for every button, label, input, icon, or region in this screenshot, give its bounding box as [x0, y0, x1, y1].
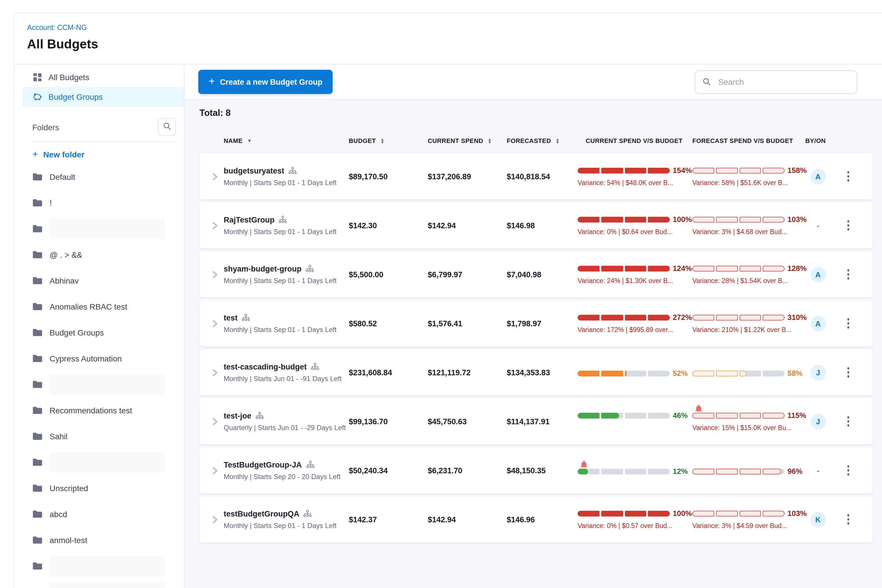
- table-row[interactable]: budgetsuryatest Monthly | Starts Sep 01 …: [200, 153, 873, 200]
- folder-list: Default ! @ . > && Abhinav Anomalies RBA…: [14, 164, 184, 588]
- sort-icon: ▲▼: [381, 138, 384, 144]
- name-cell: test-cascading-budget Monthly | Starts J…: [224, 362, 349, 382]
- row-menu-button[interactable]: [844, 462, 853, 479]
- percent-label: 96%: [788, 467, 802, 476]
- budget-group-name[interactable]: testBudgetGroupQA: [224, 509, 300, 518]
- folder-item[interactable]: [14, 579, 184, 588]
- folder-item[interactable]: Recommendations test: [14, 397, 184, 423]
- budget-group-name[interactable]: shyam-budget-group: [224, 264, 302, 273]
- avatar[interactable]: A: [810, 316, 826, 331]
- piggy-bank-icon: [32, 92, 42, 102]
- expand-row-button[interactable]: [206, 398, 224, 444]
- folder-label: Budget Groups: [50, 328, 104, 337]
- budget-value: $142.37: [349, 515, 428, 524]
- folder-item[interactable]: Default: [14, 164, 184, 190]
- column-header-current-spend[interactable]: CURRENT SPEND ▲▼: [428, 137, 507, 144]
- expand-row-button[interactable]: [206, 447, 224, 494]
- expand-row-button[interactable]: [206, 350, 224, 396]
- new-folder-button[interactable]: + New folder: [32, 149, 184, 160]
- folder-icon: [32, 250, 43, 259]
- current-vs-budget-cell: 12%: [578, 454, 692, 486]
- folder-icon: [32, 302, 43, 311]
- table-body: budgetsuryatest Monthly | Starts Sep 01 …: [200, 153, 873, 543]
- budget-group-name[interactable]: budgetsuryatest: [224, 166, 284, 175]
- expand-row-button[interactable]: [206, 496, 224, 543]
- row-menu-button[interactable]: [844, 168, 853, 185]
- budget-group-name[interactable]: test: [224, 313, 237, 322]
- folder-item[interactable]: Abhinav: [14, 267, 184, 293]
- percent-label: 154%: [673, 166, 692, 175]
- expand-row-button[interactable]: [206, 153, 224, 200]
- percent-label: 100%: [673, 509, 692, 518]
- budget-group-name[interactable]: test-cascading-budget: [224, 362, 307, 371]
- avatar[interactable]: A: [810, 267, 826, 282]
- variance-text: Variance: 28% | $1.54K over B...: [692, 277, 788, 284]
- avatar[interactable]: K: [810, 512, 826, 527]
- current-spend-value: $121,119.72: [428, 368, 507, 377]
- by-on-cell: -: [806, 202, 831, 249]
- column-header-budget[interactable]: BUDGET ▲▼: [349, 137, 428, 144]
- budget-group-schedule: Monthly | Starts Sep 20 - 20 Days Left: [224, 472, 344, 480]
- row-menu-button[interactable]: [844, 266, 853, 283]
- budget-group-schedule: Monthly | Starts Sep 01 - 1 Days Left: [224, 227, 344, 236]
- folder-search-button[interactable]: [158, 118, 176, 136]
- budget-group-name[interactable]: RajTestGroup: [224, 215, 275, 224]
- folder-item[interactable]: @ . > &&: [14, 242, 184, 267]
- folder-item[interactable]: [14, 449, 184, 475]
- folder-item[interactable]: Anomalies RBAC test: [14, 293, 184, 320]
- folder-item[interactable]: abcd: [14, 501, 184, 527]
- expand-row-button[interactable]: [206, 202, 224, 249]
- folder-item[interactable]: [14, 216, 184, 242]
- avatar[interactable]: A: [810, 169, 826, 184]
- plus-icon: +: [32, 149, 38, 160]
- table-row[interactable]: shyam-budget-group Monthly | Starts Sep …: [200, 251, 873, 297]
- row-menu-button[interactable]: [844, 217, 853, 234]
- column-header-forecasted[interactable]: FORECASTED ▲▼: [507, 137, 578, 144]
- by-on-cell: A: [806, 251, 831, 297]
- avatar[interactable]: J: [810, 414, 826, 429]
- folder-item[interactable]: [14, 553, 184, 579]
- budget-value: $580.52: [349, 319, 428, 328]
- budget-group-schedule: Quarterly | Starts Jun 01 - -29 Days Lef…: [224, 423, 344, 432]
- folder-item[interactable]: [14, 371, 184, 397]
- forecasted-value: $1,798.97: [507, 319, 578, 328]
- folder-item[interactable]: anmol-test: [14, 527, 184, 553]
- budget-value: $50,240.34: [349, 466, 428, 475]
- sidebar-item-budget-groups[interactable]: Budget Groups: [22, 87, 184, 106]
- table-row[interactable]: TestBudgetGroup-JA Monthly | Starts Sep …: [200, 447, 873, 494]
- expand-row-button[interactable]: [206, 300, 224, 346]
- folder-item[interactable]: Budget Groups: [14, 320, 184, 345]
- folder-item[interactable]: Cypress Automation: [14, 345, 184, 371]
- folder-item[interactable]: Unscripted: [14, 475, 184, 501]
- progress-bar: [692, 315, 784, 320]
- sidebar-item-all-budgets[interactable]: All Budgets: [22, 68, 184, 87]
- current-spend-value: $1,576.41: [428, 319, 507, 328]
- sidebar-item-label: Budget Groups: [48, 92, 103, 102]
- row-menu-button[interactable]: [844, 413, 853, 430]
- search-input[interactable]: [717, 76, 850, 87]
- table-row[interactable]: testBudgetGroupQA Monthly | Starts Sep 0…: [200, 496, 873, 543]
- account-breadcrumb-link[interactable]: Account: CCM-NG: [27, 24, 882, 32]
- chevron-right-icon: [212, 466, 219, 475]
- folder-item[interactable]: Sahil: [14, 423, 184, 449]
- folder-item[interactable]: !: [14, 190, 184, 216]
- row-menu-button[interactable]: [844, 315, 853, 332]
- row-menu-button[interactable]: [844, 511, 853, 528]
- create-budget-group-button[interactable]: + Create a new Budget Group: [198, 70, 333, 94]
- table-row[interactable]: test-joe Quarterly | Starts Jun 01 - -29…: [200, 398, 873, 444]
- hierarchy-icon: [279, 216, 287, 224]
- row-menu-button[interactable]: [844, 364, 853, 381]
- table-row[interactable]: RajTestGroup Monthly | Starts Sep 01 - 1…: [200, 202, 873, 249]
- column-header-name[interactable]: NAME▼: [224, 137, 349, 144]
- expand-row-button[interactable]: [206, 251, 224, 297]
- avatar[interactable]: J: [810, 364, 826, 380]
- table-row[interactable]: test-cascading-budget Monthly | Starts J…: [200, 350, 873, 396]
- by-on-cell: A: [806, 153, 831, 200]
- progress-bar: [578, 412, 670, 418]
- budget-group-name[interactable]: test-joe: [224, 411, 251, 420]
- budget-group-name[interactable]: TestBudgetGroup-JA: [224, 460, 302, 469]
- current-vs-budget-cell: 124%Variance: 24% | $1.30K over B...: [578, 258, 692, 291]
- variance-text: Variance: 3% | $4.68 over Bud...: [692, 228, 787, 235]
- table-row[interactable]: test Monthly | Starts Sep 01 - 1 Days Le…: [200, 300, 873, 346]
- current-vs-budget-cell: 272%Variance: 172% | $995.89 over...: [578, 307, 692, 339]
